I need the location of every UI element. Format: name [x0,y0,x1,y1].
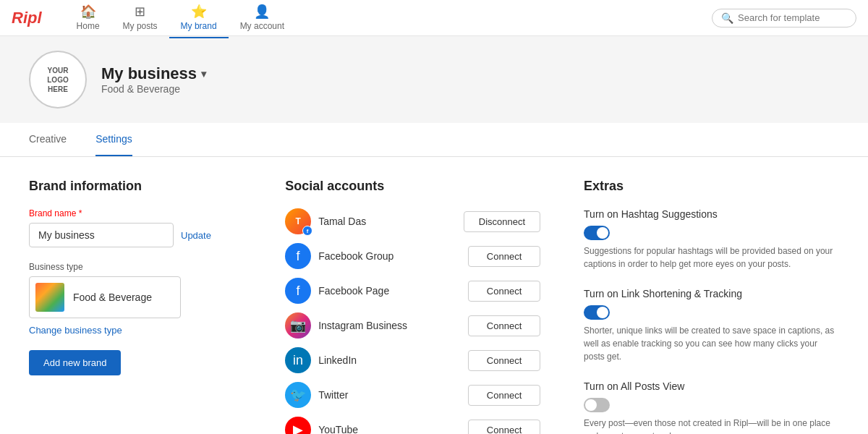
change-business-type-link[interactable]: Change business type [29,325,122,336]
social-name-youtube: YouTube [318,424,358,434]
brand-category: Food & Beverage [101,83,206,95]
social-row-instagram: 📷 Instagram Business Connect [285,312,540,339]
social-row-twitter: 🐦 Twitter Connect [285,382,540,408]
youtube-icon: ▶ [285,417,311,434]
nav-label-myaccount: My account [240,21,284,31]
extra-title-hashtag: Turn on Hashtag Suggestions [584,208,839,220]
brand-name-row: Update [29,223,242,247]
main-content: Brand information Brand name * Update Bu… [0,157,868,434]
business-thumbnail [35,283,64,312]
linkedin-icon: in [285,347,311,373]
social-row-facebook-group: f Facebook Group Connect [285,243,540,269]
social-name-linkedin: LinkedIn [318,354,357,366]
brand-name-area: My business ▾ Food & Beverage [101,64,206,95]
connect-button-instagram[interactable]: Connect [468,315,540,336]
extra-title-allposts: Turn on All Posts View [584,380,839,392]
social-row-tamal: T f Tamal Das Disconnect [285,208,540,234]
top-nav: Ripl 🏠 Home ⊞ My posts ⭐ My brand 👤 My a… [0,0,868,36]
brand-title: My business ▾ [101,64,206,83]
avatar-tamal: T f [285,208,311,234]
extra-desc-link: Shorter, unique links will be created to… [584,324,839,363]
connect-button-twitter[interactable]: Connect [468,385,540,406]
brand-logo-circle: YOUR LOGO HERE [29,51,87,109]
social-name-instagram: Instagram Business [318,320,407,331]
search-bar: 🔍 [712,9,856,27]
extras-title: Extras [584,179,839,194]
extra-title-link: Turn on Link Shortening & Tracking [584,288,839,299]
brand-info-section: Brand information Brand name * Update Bu… [29,179,242,434]
extras-section: Extras Turn on Hashtag Suggestions Sugge… [584,179,839,434]
twitter-icon: 🐦 [285,382,311,408]
business-type-label: Business type [29,262,242,272]
facebook-page-icon: f [285,278,311,304]
instagram-icon: 📷 [285,312,311,339]
nav-item-mybrand[interactable]: ⭐ My brand [169,0,229,38]
toggle-knob-hashtag [597,227,608,239]
brand-name-label: Brand name * [29,208,242,218]
connect-button-facebook-page[interactable]: Connect [468,281,540,302]
social-name-facebook-group: Facebook Group [318,250,393,262]
social-name-facebook-page: Facebook Page [318,285,389,297]
social-row-youtube: ▶ YouTube Connect [285,417,540,434]
home-icon: 🏠 [80,4,96,20]
social-row-linkedin: in LinkedIn Connect [285,347,540,373]
tab-settings[interactable]: Settings [95,123,132,156]
nav-item-myposts[interactable]: ⊞ My posts [111,0,169,38]
extra-desc-hashtag: Suggestions for popular hashtags will be… [584,244,839,271]
toggle-knob-link [597,307,608,318]
nav-label-mybrand: My brand [181,21,217,31]
social-accounts-title: Social accounts [285,179,540,194]
nav-item-myaccount[interactable]: 👤 My account [229,0,296,38]
social-accounts-section: Social accounts T f Tamal Das Disconnect… [285,179,540,434]
brand-icon: ⭐ [191,4,207,20]
tab-creative[interactable]: Creative [29,123,67,156]
brand-name-input[interactable] [29,223,174,247]
extra-desc-allposts: Every post—even those not created in Rip… [584,417,839,434]
business-type-box: Food & Beverage [29,276,181,318]
tabs: Creative Settings [0,123,868,157]
social-row-facebook-page: f Facebook Page Connect [285,278,540,304]
connect-button-linkedin[interactable]: Connect [468,350,540,371]
connect-button-facebook-group[interactable]: Connect [468,246,540,267]
toggle-link-shortening[interactable] [584,305,610,320]
posts-icon: ⊞ [135,4,145,20]
update-link[interactable]: Update [181,230,211,241]
search-input[interactable] [738,12,847,23]
disconnect-button-tamal[interactable]: Disconnect [464,211,540,232]
facebook-badge-tamal: f [302,226,312,236]
social-name-twitter: Twitter [318,389,348,401]
extra-link-shortening: Turn on Link Shortening & Tracking Short… [584,288,839,363]
extra-hashtag: Turn on Hashtag Suggestions Suggestions … [584,208,839,271]
connect-button-youtube[interactable]: Connect [468,420,540,435]
toggle-all-posts[interactable] [584,398,610,412]
toggle-hashtag[interactable] [584,226,610,240]
brand-header: YOUR LOGO HERE My business ▾ Food & Beve… [0,36,868,123]
add-new-brand-button[interactable]: Add new brand [29,350,121,375]
brand-info-title: Brand information [29,179,242,194]
account-icon: 👤 [254,4,270,20]
chevron-down-icon[interactable]: ▾ [201,68,206,80]
toggle-knob-allposts [585,399,597,411]
nav-label-home: Home [77,21,100,31]
search-icon: 🔍 [721,12,733,24]
extra-all-posts: Turn on All Posts View Every post—even t… [584,380,839,434]
nav-label-myposts: My posts [123,21,158,31]
nav-item-home[interactable]: 🏠 Home [65,0,111,38]
facebook-group-icon: f [285,243,311,269]
nav-items: 🏠 Home ⊞ My posts ⭐ My brand 👤 My accoun… [65,0,296,38]
business-type-value: Food & Beverage [73,292,152,303]
social-name-tamal: Tamal Das [318,216,366,227]
app-logo: Ripl [12,9,42,27]
